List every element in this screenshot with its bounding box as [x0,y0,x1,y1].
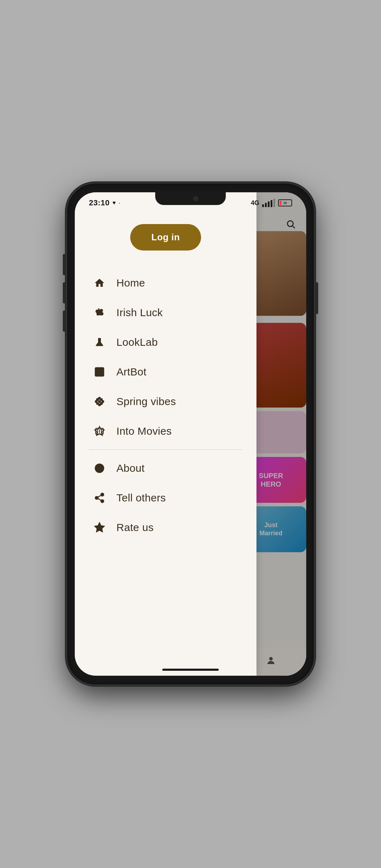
battery-icon: 10 [278,199,292,206]
menu-label-artbot: ArtBot [116,366,146,378]
battery-fill [279,201,282,205]
heart-icon: ♥ [113,200,116,206]
signal-bars [262,199,275,207]
svg-line-20 [98,495,101,497]
drawer-overlay [256,192,306,676]
main-menu: Home Irish Luck [75,268,256,446]
svg-marker-21 [95,523,104,532]
square-icon [92,365,107,379]
menu-label-about: About [116,462,145,474]
svg-point-18 [101,500,104,502]
menu-label-rate-us: Rate us [116,522,154,534]
menu-item-home[interactable]: Home [89,268,242,298]
movie-icon [92,424,107,438]
flower-icon [92,394,107,409]
secondary-menu: About Tell others [75,453,256,542]
svg-point-17 [95,496,98,499]
status-dot: · [119,199,120,207]
menu-item-tell-others[interactable]: Tell others [89,483,242,513]
svg-rect-5 [95,368,104,376]
phone-screen: 23:10 ♥ · 4G 10 [75,192,306,676]
svg-line-19 [98,499,101,500]
clover-icon [92,306,107,320]
camera [193,196,198,201]
info-icon [92,461,107,475]
menu-label-home: Home [116,277,145,289]
battery-level: 10 [283,201,287,205]
menu-divider [89,450,242,450]
notch [155,192,226,205]
svg-point-16 [101,493,104,496]
menu-label-spring-vibes: Spring vibes [116,396,176,408]
menu-item-looklab[interactable]: LookLab [89,327,242,357]
menu-item-rate-us[interactable]: Rate us [89,513,242,542]
side-drawer: Log in Home [75,192,256,676]
menu-item-spring-vibes[interactable]: Spring vibes [89,387,242,416]
status-time: 23:10 [89,198,110,207]
home-indicator [162,669,219,671]
status-right-icons: 4G 10 [251,199,292,207]
phone-device: 23:10 ♥ · 4G 10 [67,183,314,685]
menu-item-irish-luck[interactable]: Irish Luck [89,298,242,327]
menu-item-about[interactable]: About [89,453,242,483]
menu-item-into-movies[interactable]: Into Movies [89,416,242,446]
login-button[interactable]: Log in [130,224,201,251]
home-icon [92,276,107,290]
menu-item-artbot[interactable]: ArtBot [89,357,242,387]
login-section: Log in [75,224,256,251]
menu-label-tell-others: Tell others [116,492,166,504]
menu-label-irish-luck: Irish Luck [116,307,163,319]
flask-icon [92,335,107,349]
menu-label-looklab: LookLab [116,336,158,348]
menu-label-into-movies: Into Movies [116,425,172,437]
star-icon [92,520,107,535]
network-type: 4G [251,199,259,207]
share-icon [92,491,107,505]
